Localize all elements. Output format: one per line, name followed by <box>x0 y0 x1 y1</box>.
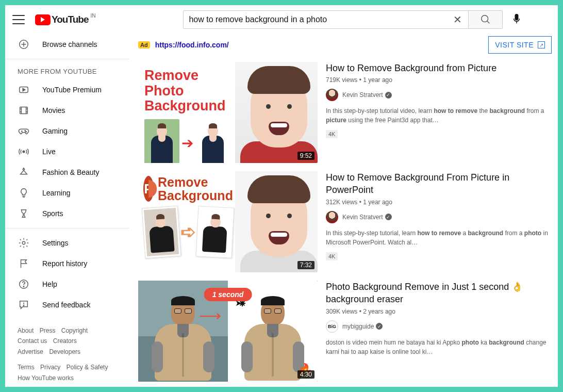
video-title[interactable]: How to Remove Background From Picture in… <box>326 171 552 197</box>
footer-link[interactable]: How YouTube works <box>18 374 74 382</box>
sidebar-item-label: Help <box>42 280 57 288</box>
footer-link[interactable]: Advertise <box>18 348 43 355</box>
sidebar-item-label: Fashion & Beauty <box>42 168 100 176</box>
search-input[interactable] <box>183 10 469 29</box>
sidebar-report-history[interactable]: Report history <box>5 253 129 274</box>
quality-badge: 4K <box>326 130 338 138</box>
channel-row[interactable]: BiG mybigguide <box>326 320 552 333</box>
video-thumbnail[interactable]: Remove PhotoBackground ➔ 9:52 <box>138 62 318 163</box>
visit-site-button[interactable]: VISIT SITE ↗ <box>488 36 552 54</box>
channel-avatar <box>326 89 338 101</box>
thumb-text: Remove Photo <box>144 68 198 99</box>
video-thumbnail[interactable]: P RemoveBackground ➪ 7:32 <box>138 171 318 272</box>
sidebar-gaming[interactable]: Gaming <box>5 121 129 141</box>
video-title[interactable]: How to Remove Background from Picture <box>326 62 552 74</box>
channel-name: mybigguide <box>342 323 374 330</box>
sidebar-item-label: Settings <box>42 239 69 247</box>
sidebar-item-label: Sports <box>42 209 63 218</box>
video-description: doston is video mein hum ne bataya hai k… <box>326 338 552 356</box>
svg-rect-2 <box>516 14 519 20</box>
svg-line-1 <box>487 21 490 24</box>
sidebar-item-label: Report history <box>42 259 87 268</box>
search-results-content: Ad https://food.info.com/ VISIT SITE ↗ R… <box>129 34 558 387</box>
sidebar-item-label: Send feedback <box>42 301 90 309</box>
video-duration: 4:30 <box>297 370 314 379</box>
svg-marker-8 <box>23 88 25 91</box>
gaming-icon <box>18 125 30 137</box>
verified-icon <box>385 214 392 220</box>
help-icon <box>18 278 30 290</box>
thumb-badge: 1 second <box>204 288 252 301</box>
powerpoint-icon: P <box>143 176 154 202</box>
youtube-logo[interactable]: YouTube IN <box>35 14 88 25</box>
video-description: In this step-by-step tutorial, learn how… <box>326 228 552 247</box>
sidebar-fashion-beauty[interactable]: Fashion & Beauty <box>5 162 129 183</box>
browse-channels-icon <box>18 38 30 51</box>
search-button[interactable] <box>469 10 503 29</box>
channel-name: Kevin Stratvert <box>342 214 383 221</box>
video-title[interactable]: Photo Background Remove in Just 1 second… <box>326 281 552 306</box>
external-link-icon: ↗ <box>538 41 545 48</box>
channel-name: Kevin Stratvert <box>342 91 383 99</box>
sidebar-live[interactable]: Live <box>5 141 129 162</box>
sidebar-youtube-premium[interactable]: YouTube Premium <box>5 79 129 100</box>
sports-icon <box>18 207 30 220</box>
hamburger-menu-button[interactable] <box>12 13 25 26</box>
flag-icon <box>18 257 30 270</box>
verified-icon <box>385 92 392 99</box>
sidebar-sports[interactable]: Sports <box>5 203 129 224</box>
channel-row[interactable]: Kevin Stratvert <box>326 211 552 223</box>
verified-icon <box>376 323 383 330</box>
footer-link[interactable]: About <box>18 327 34 334</box>
sidebar-browse-channels[interactable]: Browse channels <box>5 34 129 55</box>
sidebar-item-label: YouTube Premium <box>42 86 102 94</box>
thumb-text: Remove <box>158 175 208 189</box>
footer-link[interactable]: Privacy <box>40 364 60 371</box>
channel-avatar <box>326 211 338 223</box>
cursor-icon: ➤ <box>235 298 242 308</box>
sidebar-item-label: Gaming <box>42 127 68 135</box>
footer-link[interactable]: Policy & Safety <box>67 364 108 371</box>
voice-search-button[interactable] <box>511 13 522 26</box>
sidebar-section-heading: MORE FROM YOUTUBE <box>5 63 129 79</box>
thumb-text: Background <box>158 188 233 203</box>
video-meta: 309K views • 2 years ago <box>326 308 552 315</box>
sidebar-settings[interactable]: Settings <box>5 233 129 253</box>
footer-link[interactable]: Creators <box>53 337 77 345</box>
sidebar-send-feedback[interactable]: Send feedback <box>5 295 129 315</box>
video-duration: 9:52 <box>297 152 314 160</box>
channel-avatar: BiG <box>326 320 338 333</box>
youtube-logo-icon <box>35 14 51 25</box>
svg-point-0 <box>482 15 488 22</box>
footer-link[interactable]: Copyright <box>61 327 88 334</box>
channel-row[interactable]: Kevin Stratvert <box>326 89 552 101</box>
visit-site-label: VISIT SITE <box>495 41 534 49</box>
gear-icon <box>18 237 30 249</box>
search-result: Remove PhotoBackground ➔ 9:52 How to Rem… <box>138 62 552 163</box>
footer-link[interactable]: Terms <box>18 364 35 371</box>
footer-link[interactable]: Press <box>40 327 56 334</box>
video-duration: 7:32 <box>297 261 314 269</box>
sidebar-movies[interactable]: Movies <box>5 100 129 121</box>
sidebar-learning[interactable]: Learning <box>5 183 129 203</box>
youtube-country-code: IN <box>90 13 95 19</box>
sidebar-help[interactable]: Help <box>5 274 129 295</box>
quality-badge: 4K <box>326 252 338 260</box>
video-meta: 719K views • 1 year ago <box>326 76 552 84</box>
ad-row: Ad https://food.info.com/ VISIT SITE ↗ <box>129 34 552 62</box>
fashion-icon <box>18 166 30 178</box>
svg-point-23 <box>22 241 25 244</box>
footer-link[interactable]: Contact us <box>18 337 47 345</box>
sidebar-item-label: Learning <box>42 189 71 197</box>
youtube-premium-icon <box>18 84 30 96</box>
sidebar-item-label: Movies <box>42 106 65 115</box>
ad-badge: Ad <box>138 41 150 48</box>
ad-url-link[interactable]: https://food.info.com/ <box>155 41 229 49</box>
search-clear-button[interactable]: ✕ <box>453 13 463 26</box>
search-result: P RemoveBackground ➪ 7:32 <box>138 171 552 272</box>
search-icon <box>480 14 491 25</box>
footer-link[interactable]: Developers <box>49 348 80 355</box>
svg-point-28 <box>23 305 24 306</box>
video-thumbnail[interactable]: 1 second ➤ ⟶ 🔥 4:30 <box>138 281 318 382</box>
movies-icon <box>18 104 30 117</box>
